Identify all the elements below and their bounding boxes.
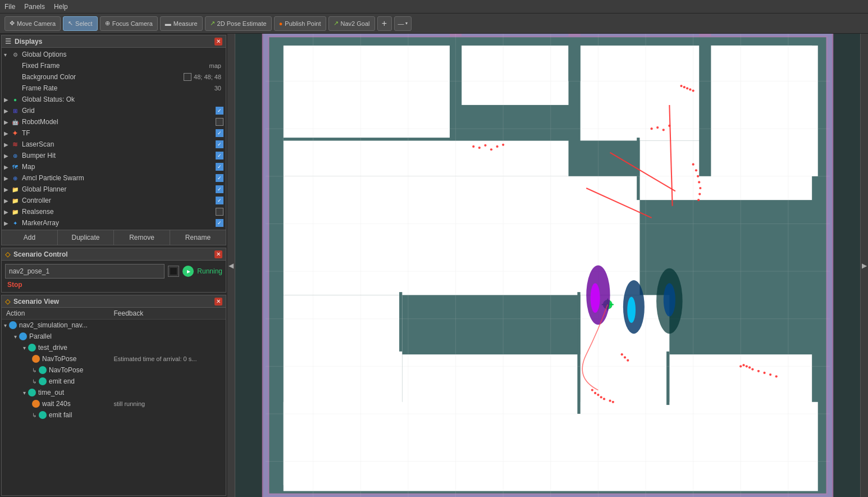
sv-row-5[interactable]: ↳ emit end <box>2 376 226 387</box>
marker-array-icon: ✦ <box>11 218 20 227</box>
stop-row: Stop <box>5 281 222 289</box>
map-icon: 🗺 <box>11 162 20 171</box>
svg-rect-6 <box>284 140 569 176</box>
bg-color-item: Background Color 48; 48; 48 <box>2 71 226 83</box>
scenario-dropdown[interactable]: nav2_pose_1 <box>5 264 165 279</box>
amcl-arrow: ▶ <box>4 175 11 181</box>
pose-estimate-icon: ↗ <box>210 20 215 27</box>
svg-point-80 <box>680 85 682 87</box>
publish-point-icon: ● <box>279 20 283 27</box>
sv-row-7[interactable]: wait 240s still running <box>2 398 226 409</box>
fixed-frame-value: map <box>209 62 221 69</box>
realsense-checkbox[interactable] <box>216 208 223 216</box>
add-tool-button[interactable]: + <box>377 16 392 31</box>
menu-panels[interactable]: Panels <box>24 3 45 11</box>
remove-button[interactable]: Remove <box>114 230 170 245</box>
laser-scan-checkbox[interactable] <box>216 140 223 148</box>
svg-point-45 <box>478 147 481 149</box>
marker-array-checkbox[interactable] <box>216 219 223 227</box>
dash-button[interactable]: — ▾ <box>394 16 412 31</box>
sv-row-4[interactable]: ↳ NavToPose <box>2 364 226 376</box>
grid-label: Grid <box>22 107 216 115</box>
publish-point-button[interactable]: ● Publish Point <box>274 16 326 31</box>
realsense-item[interactable]: ▶ 📁 Realsense <box>2 206 226 217</box>
amcl-label: Amcl Particle Swarm <box>22 174 216 182</box>
displays-toolbar: Add Duplicate Remove Rename <box>2 230 226 245</box>
tf-checkbox[interactable] <box>216 129 223 137</box>
svg-point-62 <box>594 392 596 394</box>
svg-point-65 <box>603 398 605 400</box>
plus-icon: + <box>382 19 387 29</box>
map-viewport[interactable] <box>235 34 860 497</box>
svg-point-72 <box>742 364 744 366</box>
add-button[interactable]: Add <box>2 230 58 245</box>
global-planner-item[interactable]: ▶ 📁 Global Planner <box>2 184 226 195</box>
map-checkbox[interactable] <box>216 163 223 171</box>
sv-row-8[interactable]: ↳ emit fail <box>2 409 226 421</box>
bumper-hit-checkbox[interactable] <box>216 152 223 159</box>
displays-panel-title: Displays <box>15 38 42 45</box>
grid-item[interactable]: ▶ ⊞ Grid <box>2 105 226 116</box>
svg-rect-18 <box>284 138 569 140</box>
select-button[interactable]: ↖ Select <box>63 16 98 31</box>
amcl-checkbox[interactable] <box>216 174 223 182</box>
sv-row-2[interactable]: ▾ test_drive <box>2 342 226 353</box>
measure-button[interactable]: ▬ Measure <box>160 16 203 31</box>
menu-help[interactable]: Help <box>54 3 68 11</box>
amcl-item[interactable]: ▶ ⊕ Amcl Particle Swarm <box>2 172 226 184</box>
tf-item[interactable]: ▶ ✦ TF <box>2 127 226 139</box>
rename-button[interactable]: Rename <box>170 230 226 245</box>
bumper-hit-item[interactable]: ▶ ⊛ Bumper Hit <box>2 150 226 161</box>
svg-rect-2 <box>284 45 450 140</box>
sv-row-6[interactable]: ▾ time_out <box>2 387 226 398</box>
menu-file[interactable]: File <box>4 3 15 11</box>
grid-checkbox[interactable] <box>216 107 223 115</box>
svg-point-52 <box>663 129 665 131</box>
global-status-item[interactable]: ▶ ● Global Status: Ok <box>2 94 226 105</box>
svg-rect-7 <box>284 176 640 295</box>
global-options-item[interactable]: ▾ ⚙ Global Options <box>2 49 226 60</box>
map-item[interactable]: ▶ 🗺 Map <box>2 161 226 172</box>
left-collapse-icon: ◀ <box>229 262 234 270</box>
robot-model-checkbox[interactable] <box>216 118 223 126</box>
marker-array-item[interactable]: ▶ ✦ MarkerArray <box>2 217 226 229</box>
left-collapse-tab[interactable]: ◀ <box>227 34 235 497</box>
global-options-arrow: ▾ <box>4 52 11 58</box>
controller-item[interactable]: ▶ 📁 Controller <box>2 195 226 206</box>
bg-color-swatch[interactable] <box>184 73 191 81</box>
scenario-view-title: Scenario View <box>13 298 59 306</box>
scenario-view-content: ▾ nav2_simulation_nav... ▾ Parallel <box>2 320 226 495</box>
svg-point-46 <box>484 144 486 147</box>
sv-row-1[interactable]: ▾ Parallel <box>2 331 226 342</box>
scenario-view-close-button[interactable]: ✕ <box>214 298 222 306</box>
robot-model-item[interactable]: ▶ 🤖 RobotModel <box>2 116 226 127</box>
scenario-control-title: Scenario Control <box>13 250 68 258</box>
right-collapse-tab[interactable]: ▶ <box>860 34 868 497</box>
displays-close-button[interactable]: ✕ <box>214 38 222 45</box>
grid-arrow: ▶ <box>4 108 11 114</box>
focus-camera-button[interactable]: ⊕ Focus Camera <box>100 16 158 31</box>
scenario-control-panel: ◇ Scenario Control ✕ nav2_pose_1 ▶ <box>1 248 226 293</box>
controller-checkbox[interactable] <box>216 197 223 204</box>
play-button[interactable]: ▶ <box>182 266 194 277</box>
scenario-control-close-button[interactable]: ✕ <box>214 250 222 258</box>
duplicate-button[interactable]: Duplicate <box>58 230 114 245</box>
sv-arrow-8: ↳ <box>32 412 36 418</box>
col-feedback-label: Feedback <box>114 309 222 317</box>
svg-point-58 <box>699 187 701 189</box>
svg-point-70 <box>627 359 629 362</box>
sv-row-0[interactable]: ▾ nav2_simulation_nav... <box>2 320 226 331</box>
bg-color-label: Background Color <box>22 73 184 81</box>
laser-scan-item[interactable]: ▶ ≋ LaserScan <box>2 139 226 150</box>
global-planner-checkbox[interactable] <box>216 185 223 193</box>
svg-point-47 <box>490 148 492 151</box>
svg-point-76 <box>757 370 760 372</box>
move-camera-button[interactable]: ✥ Move Camera <box>4 16 61 31</box>
stop-button-square[interactable] <box>168 266 179 277</box>
nav2-goal-button[interactable]: ↗ Nav2 Goal <box>328 16 375 31</box>
scenario-view-header: ◇ Scenario View ✕ <box>2 295 226 308</box>
pose-estimate-button[interactable]: ↗ 2D Pose Estimate <box>205 16 272 31</box>
sv-row-3[interactable]: NavToPose Estimated time of arrival: 0 s… <box>2 353 226 364</box>
svg-point-73 <box>746 365 748 367</box>
focus-camera-label: Focus Camera <box>112 20 153 27</box>
